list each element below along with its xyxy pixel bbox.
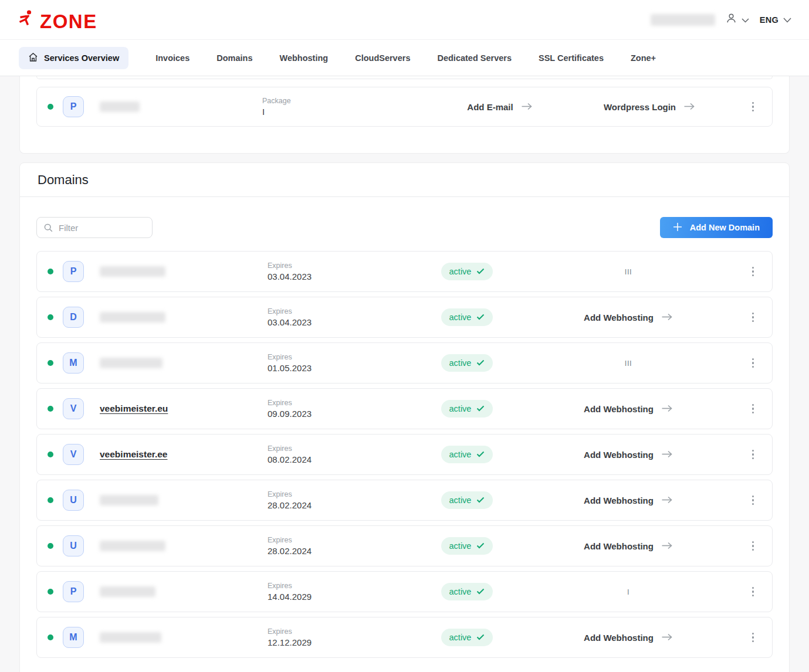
tab-services-overview[interactable]: Services Overview	[19, 47, 128, 69]
check-icon	[476, 633, 485, 642]
status-dot	[48, 497, 53, 503]
expires-date: 28.02.2024	[268, 546, 405, 556]
status-badge-label: active	[449, 313, 472, 322]
add-email-button[interactable]: Add E-mail	[409, 102, 591, 112]
check-icon	[476, 358, 485, 368]
zone-wordmark: zone	[40, 13, 97, 30]
status-dot	[48, 360, 53, 366]
domain-name-link[interactable]: veebimeister.eu	[100, 403, 168, 414]
status-badge-label: active	[449, 541, 472, 551]
masked-domain-name	[100, 266, 165, 277]
tab-invoices[interactable]: Invoices	[155, 53, 189, 63]
kebab-menu-icon[interactable]	[749, 402, 757, 416]
account-menu[interactable]	[726, 13, 749, 26]
domain-name-link[interactable]: veebimeister.ee	[100, 449, 167, 460]
check-icon	[476, 404, 485, 413]
chevron-down-icon	[742, 15, 749, 25]
add-webhosting-button[interactable]: Add Webhosting	[584, 313, 673, 323]
kebab-menu-icon[interactable]	[749, 585, 757, 599]
tab-domains[interactable]: Domains	[216, 53, 252, 63]
expires-label: Expires	[268, 262, 405, 270]
status-badge-label: active	[449, 495, 472, 505]
services-overview-card: P Package I Add E-mail Wordpress Login	[19, 76, 790, 154]
kebab-menu-icon[interactable]	[749, 493, 757, 508]
expires-label: Expires	[268, 582, 405, 590]
tab-label: Services Overview	[44, 53, 119, 63]
status-badge: active	[441, 629, 493, 646]
expires-label: Expires	[268, 444, 405, 453]
expires-label: Expires	[268, 307, 405, 315]
add-webhosting-button[interactable]: Add Webhosting	[584, 495, 673, 505]
expires-date: 08.02.2024	[268, 454, 405, 464]
status-badge: active	[441, 537, 493, 555]
masked-action-text: III	[625, 267, 632, 276]
domain-row: U Expires 28.02.2024 active Add Webhosti…	[36, 480, 773, 521]
add-webhosting-label: Add Webhosting	[584, 313, 654, 323]
status-dot	[48, 543, 53, 549]
filter-input[interactable]	[36, 217, 153, 238]
home-icon	[28, 52, 38, 64]
tab-zone-plus[interactable]: Zone+	[631, 53, 656, 63]
domain-avatar: M	[63, 627, 84, 648]
domain-row: V veebimeister.ee Expires 08.02.2024 act…	[36, 434, 773, 475]
zone-logo[interactable]: zone	[18, 9, 97, 30]
masked-domain-name	[100, 586, 155, 597]
expires-date: 28.02.2024	[268, 500, 405, 510]
wordpress-login-button[interactable]: Wordpress Login	[591, 102, 708, 112]
masked-domain-name	[100, 632, 161, 643]
language-label: ENG	[760, 15, 778, 25]
status-badge: active	[441, 263, 493, 280]
add-new-domain-button[interactable]: Add New Domain	[660, 217, 773, 238]
service-avatar: P	[63, 96, 84, 117]
check-icon	[476, 541, 485, 551]
arrow-right-icon	[661, 313, 673, 323]
check-icon	[476, 587, 485, 596]
expires-date: 03.04.2023	[268, 317, 405, 327]
kebab-menu-icon[interactable]	[749, 539, 757, 554]
masked-domain-name	[100, 541, 165, 551]
arrow-right-icon	[661, 633, 673, 643]
expires-label: Expires	[268, 536, 405, 544]
add-webhosting-button[interactable]: Add Webhosting	[584, 541, 673, 551]
status-badge-label: active	[449, 587, 472, 596]
tab-dedicated-servers[interactable]: Dedicated Servers	[437, 53, 512, 63]
arrow-right-icon	[661, 404, 673, 414]
status-dot	[48, 104, 53, 110]
tab-ssl-certificates[interactable]: SSL Certificates	[539, 53, 604, 63]
kebab-menu-icon[interactable]	[749, 356, 757, 371]
kebab-menu-icon[interactable]	[749, 100, 757, 114]
masked-action-text: III	[625, 359, 632, 368]
masked-domain-name	[100, 312, 165, 323]
expires-label: Expires	[268, 490, 405, 498]
status-dot	[48, 634, 53, 640]
add-webhosting-button[interactable]: Add Webhosting	[584, 450, 673, 460]
add-webhosting-label: Add Webhosting	[584, 404, 654, 414]
app-header: zone ENG	[0, 0, 809, 40]
add-webhosting-label: Add Webhosting	[584, 541, 654, 551]
domains-card: Domains A	[19, 162, 790, 672]
status-badge: active	[441, 491, 493, 509]
masked-service-name	[100, 101, 140, 112]
add-webhosting-button[interactable]: Add Webhosting	[584, 404, 673, 414]
kebab-menu-icon[interactable]	[749, 310, 757, 325]
language-selector[interactable]: ENG	[760, 15, 791, 25]
kebab-menu-icon[interactable]	[749, 447, 757, 462]
arrow-right-icon	[521, 102, 533, 112]
check-icon	[476, 267, 485, 276]
domain-avatar: U	[63, 535, 84, 556]
status-badge: active	[441, 308, 493, 326]
status-badge-label: active	[449, 358, 472, 368]
kebab-menu-icon[interactable]	[749, 630, 757, 645]
kebab-menu-icon[interactable]	[749, 264, 757, 279]
masked-domain-name	[100, 495, 158, 505]
expires-date: 03.04.2023	[268, 271, 405, 281]
wordpress-login-label: Wordpress Login	[604, 102, 676, 112]
domain-avatar: P	[63, 261, 84, 282]
filter-field	[36, 217, 153, 238]
expires-label: Expires	[268, 399, 405, 407]
add-webhosting-button[interactable]: Add Webhosting	[584, 633, 673, 643]
tab-cloudservers[interactable]: CloudServers	[355, 53, 410, 63]
tab-webhosting[interactable]: Webhosting	[279, 53, 328, 63]
plus-icon	[673, 222, 682, 233]
webhosting-service-row: P Package I Add E-mail Wordpress Login	[36, 87, 773, 127]
